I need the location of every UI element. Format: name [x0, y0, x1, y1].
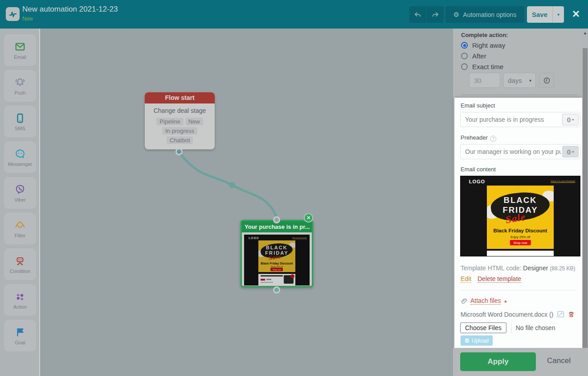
chevron-down-icon: ▾ — [572, 150, 574, 154]
preview-product-strip — [487, 251, 554, 256]
template-name: Designer — [523, 264, 548, 272]
delay-unit-select[interactable]: days ▾ — [503, 73, 536, 88]
edit-template-link[interactable]: Edit — [461, 275, 471, 283]
bell-icon — [14, 77, 26, 88]
close-button[interactable]: ✕ — [571, 9, 581, 20]
flow-start-body: Change deal stage PipelineNew In progres… — [145, 103, 215, 149]
radio-exact-time[interactable]: Exact time — [461, 63, 503, 70]
viber-icon — [14, 184, 26, 195]
automation-options-button[interactable]: ⚙ Automation options — [445, 6, 524, 23]
condition-robot-icon — [14, 255, 26, 267]
sidebar-item-filter[interactable]: Filter — [4, 213, 36, 244]
scrollbar-thumb[interactable] — [583, 48, 588, 348]
radio-icon[interactable] — [461, 53, 468, 59]
preview-logo: LOGO — [469, 179, 485, 184]
radio-icon[interactable] — [461, 63, 468, 70]
sidebar-item-label: Viber — [14, 197, 25, 202]
action-arrows-icon — [14, 291, 26, 302]
clock-icon — [543, 77, 551, 84]
subject-variables-button[interactable]: {}▾ — [562, 114, 579, 125]
radio-label: Right away — [472, 41, 505, 49]
app-logo — [6, 7, 20, 21]
delete-file-icon[interactable] — [568, 310, 575, 318]
sidebar-item-goal[interactable]: Goal — [4, 320, 36, 351]
sidebar-item-label: Email — [14, 54, 26, 60]
redo-icon — [431, 11, 439, 19]
sidebar-item-label: Action — [13, 304, 27, 310]
delete-node-button[interactable]: ✕ — [304, 213, 313, 223]
email-node-output-port[interactable] — [273, 286, 280, 293]
filter-icon — [14, 219, 26, 231]
preheader-variables-button[interactable]: {}▾ — [562, 146, 579, 157]
preheader-label: Preheader? — [461, 134, 496, 142]
product-title-bar — [261, 275, 282, 277]
preview-sale-script: Sale — [505, 211, 526, 226]
save-button[interactable]: Save — [527, 6, 552, 23]
preview-sale-script: Sale — [268, 253, 282, 262]
sidebar-item-label: Goal — [15, 340, 25, 345]
apply-button[interactable]: Apply — [460, 352, 536, 371]
radio-after[interactable]: After — [461, 52, 486, 60]
email-content-label: Email content — [461, 166, 496, 173]
preview-browser-link: View it in your browser — [551, 180, 575, 182]
attach-files-toggle[interactable]: Attach files ▲ — [461, 297, 507, 305]
sidebar-item-messenger[interactable]: Messenger — [4, 141, 36, 173]
exact-time-clock-button[interactable] — [539, 73, 554, 88]
sidebar-item-push[interactable]: Push — [4, 70, 36, 102]
email-subject-label: Email subject — [461, 102, 495, 109]
product-price-bar — [266, 279, 272, 280]
template-label: Template HTML code: — [461, 264, 521, 272]
preview-logo: LOGO — [249, 236, 259, 240]
delay-value-input[interactable] — [469, 73, 500, 88]
email-step-node[interactable]: Your purchase is in pr... LOGO View it i… — [241, 220, 313, 287]
file-input-row: Choose Files No file chosen — [460, 322, 555, 333]
no-file-chosen-text: No file chosen — [511, 322, 555, 333]
help-icon[interactable]: ? — [490, 136, 496, 142]
save-dropdown-button[interactable]: ▾ — [552, 6, 564, 23]
delete-template-link[interactable]: Delete template — [478, 275, 521, 283]
close-icon: ✕ — [306, 215, 310, 220]
choose-files-button[interactable]: Choose Files — [460, 322, 506, 333]
attach-files-link[interactable]: Attach files — [470, 297, 501, 305]
undo-button[interactable] — [409, 6, 426, 23]
panel-scrollbar[interactable]: ▲ — [582, 29, 588, 348]
sidebar-item-label: Condition — [10, 269, 30, 274]
tag-chip: New — [185, 118, 203, 125]
cancel-button[interactable]: Cancel — [547, 356, 571, 365]
sidebar-item-condition[interactable]: Condition — [4, 248, 36, 280]
preview-cta-button: Shop now — [510, 240, 531, 245]
sidebar-item-action[interactable]: Action — [4, 284, 36, 316]
pulse-icon — [8, 9, 18, 19]
preview-heading: BLACK — [258, 245, 295, 250]
automation-options-label: Automation options — [463, 11, 516, 18]
delay-unit-value: days — [508, 77, 522, 84]
sidebar-item-viber[interactable]: Viber — [4, 177, 36, 209]
gear-icon: ⚙ — [453, 11, 459, 19]
email-content-preview[interactable]: LOGO View it in your browser BLACK FRIDA… — [460, 176, 580, 256]
product-price-chip — [261, 279, 265, 281]
preview-subheading: Black Friday Discount — [258, 262, 295, 265]
flow-start-tags: PipelineNew In progress Chatbot — [147, 117, 212, 145]
edit-file-icon[interactable] — [557, 310, 564, 318]
flow-start-output-port[interactable] — [176, 148, 183, 155]
preview-heading: BLACK — [487, 195, 554, 205]
redo-button[interactable] — [427, 6, 444, 23]
chevron-down-icon: ▾ — [529, 78, 531, 83]
sidebar-item-email[interactable]: Email — [4, 34, 36, 66]
sidebar-item-sms[interactable]: SMS — [4, 106, 36, 137]
preheader-label-text: Preheader — [461, 134, 488, 141]
radio-right-away[interactable]: Right away — [461, 41, 505, 49]
scroll-up-arrow[interactable]: ▲ — [583, 31, 587, 35]
preview-subheading: Black Friday Discount — [487, 228, 554, 233]
goal-flag-icon — [14, 326, 26, 338]
save-split-button: Save ▾ — [527, 6, 564, 23]
email-node-input-port[interactable] — [273, 216, 280, 223]
tag-chip: Pipeline — [156, 118, 183, 125]
upload-button[interactable]: Upload — [461, 335, 493, 346]
connector-midpoint-dot — [229, 182, 235, 188]
flow-start-node[interactable]: Flow start Change deal stage PipelineNew… — [145, 92, 215, 149]
braces-icon: {} — [567, 149, 571, 154]
product-text-bar — [261, 282, 273, 283]
elements-sidebar: Email Push SMS Messenger Viber Filter Co… — [0, 29, 40, 376]
radio-selected-icon[interactable] — [461, 42, 468, 49]
